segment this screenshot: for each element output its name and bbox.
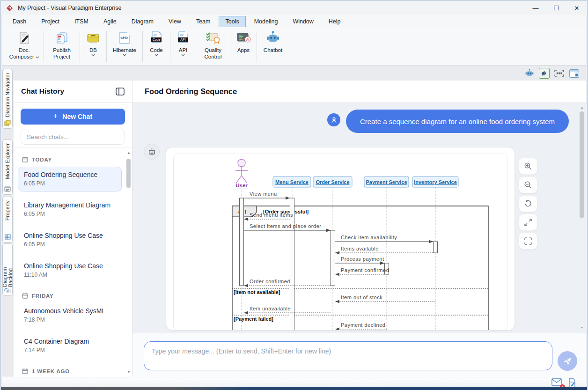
chat-group-header: 1 WEEK AGO [14,364,132,377]
chat-item-title: Food Ordering Sequence [24,171,116,178]
db-button[interactable]: DB [82,29,104,64]
scroll-up-arrow-icon[interactable]: ▲ [579,106,585,110]
minimize-button[interactable]: — [525,1,546,15]
titlebar: My Project - Visual Paradigm Enterprise … [1,1,587,15]
svg-text:Code: Code [153,38,161,41]
chat-history-title: Chat History [21,87,64,96]
svg-text:API: API [180,38,185,41]
doc-composer-button[interactable]: Doc. Composer [7,29,41,64]
collapse-panel-icon[interactable] [116,88,125,96]
layout-frame-icon[interactable] [554,68,565,79]
expand-arrows-icon [524,218,532,227]
hibernate-icon: <H> [118,30,131,45]
publish-project-button[interactable]: Publish Project [46,29,77,64]
svg-text:[Item not available]: [Item not available] [234,289,280,295]
svg-text:<H>: <H> [120,36,128,40]
menu-dash[interactable]: Dash [7,16,32,27]
menu-diagram[interactable]: Diagram [125,16,160,27]
svg-text:Order Service: Order Service [316,179,349,185]
chat-group-header: FRIDAY [14,288,132,302]
apps-label: Apps [237,47,250,53]
conversation-scrollbar[interactable]: ▲ ▼ [579,106,585,331]
hibernate-button[interactable]: <H> Hibernate [109,29,140,64]
svg-text:Payment Service: Payment Service [366,179,407,185]
chat-item[interactable]: Online Shopping Use Case6:05 PM [18,228,122,252]
zoom-in-icon [524,162,532,170]
quality-control-button[interactable]: Quality Control [198,29,228,64]
chat-list: TODAYFood Ordering Sequence6:05 PMLibrar… [14,147,132,377]
scrollbar-thumb[interactable] [580,111,584,218]
expand-button[interactable] [519,214,537,231]
chat-item-time: 6:05 PM [24,241,116,248]
chat-item[interactable]: Online Shopping Use Case11:10 AM [18,258,122,283]
zoom-in-button[interactable] [519,158,537,175]
scroll-down-arrow-icon[interactable]: ▼ [579,326,585,331]
sidebar-tab-diagram-navigator[interactable]: Diagram Navigator [2,69,13,129]
diagram-navigator-icon [4,120,11,126]
svg-text:User: User [235,183,248,188]
menu-agile[interactable]: Agile [97,16,123,27]
message-input[interactable] [144,341,552,370]
messages-indicator[interactable]: 1 [551,378,562,388]
chevron-down-icon [154,54,158,56]
quality-control-icon [205,30,221,45]
menu-tools[interactable]: Tools [219,16,245,27]
sequence-diagram-canvas[interactable]: alt[Order successful][Item not available… [173,154,507,331]
code-button[interactable]: Code Code [145,29,168,64]
secondary-toolbar [2,66,586,81]
menu-modeling[interactable]: Modeling [248,16,284,27]
chatbot-button[interactable]: Chatbot [259,29,287,64]
chatbot-panel-icon[interactable] [524,68,535,79]
scroll-up-arrow-icon[interactable]: ▲ [126,150,132,156]
chat-item[interactable]: Autonomous Vehicle SysML7:18 PM [18,303,122,328]
visual-paradigm-logo-icon [6,4,14,12]
search-chats-input[interactable] [27,133,119,140]
calendar-icon [22,156,28,162]
zoom-out-button[interactable] [519,177,537,193]
user-message-bubble: Create a sequence diagram for an online … [346,110,569,133]
chat-item-title: Online Shopping Use Case [24,262,116,270]
fit-screen-button[interactable] [519,233,537,250]
chat-item-time: 11:10 AM [24,272,116,278]
menu-help[interactable]: Help [323,16,347,27]
api-button[interactable]: API API [173,29,193,64]
sidebar-tab-model-explorer[interactable]: Model Explorer [2,140,13,195]
menu-view[interactable]: View [162,16,187,27]
close-button[interactable]: ✕ [566,1,587,15]
chat-item[interactable]: C4 Container Diagram7:14 PM [18,333,122,358]
reset-view-button[interactable] [519,195,537,212]
svg-text:Process payment: Process payment [341,256,384,262]
apps-button[interactable]: AI Apps [233,29,254,64]
diagram-backlog-icon [4,287,11,293]
chat-item[interactable]: Food Ordering Sequence6:05 PM [18,167,122,191]
chevron-down-icon [36,56,39,59]
menu-project[interactable]: Project [35,16,66,27]
quality-control-label: Quality Control [198,47,228,60]
menu-window[interactable]: Window [287,16,319,27]
scrollbar-thumb[interactable] [126,159,131,188]
svg-text:Menu Service: Menu Service [275,179,309,185]
panel-layout-icon[interactable] [569,68,580,79]
log-document-icon[interactable] [568,378,576,388]
announcement-icon[interactable] [539,68,550,79]
new-chat-label: New Chat [62,113,92,120]
menu-itsm[interactable]: ITSM [68,16,95,27]
send-button[interactable] [558,351,577,371]
fit-corners-icon [524,237,532,245]
menu-team[interactable]: Team [190,16,217,27]
sidebar-tab-property[interactable]: Property [2,197,13,243]
sidebar-tab-diagram-backlog[interactable]: Diagram Backlog [2,243,13,296]
publish-project-label: Publish Project [46,47,77,60]
menubar: DashProjectITSMAgileDiagramViewTeamTools… [2,15,586,27]
chat-item[interactable]: Library Management Diagram6:05 PM [18,197,122,222]
chat-list-scrollbar[interactable]: ▲ ▼ [126,150,132,375]
maximize-button[interactable]: ☐ [546,1,566,15]
sequence-diagram-svg: alt[Order successful][Item not available… [174,154,507,331]
calendar-icon [22,293,28,299]
mail-icon [551,378,562,386]
scroll-down-arrow-icon[interactable]: ▼ [126,369,132,375]
chat-item-title: Online Shopping Use Case [24,232,116,239]
svg-text:Select items and place order: Select items and place order [250,223,321,229]
new-chat-button[interactable]: + New Chat [21,109,125,125]
doc-composer-icon [17,30,31,45]
